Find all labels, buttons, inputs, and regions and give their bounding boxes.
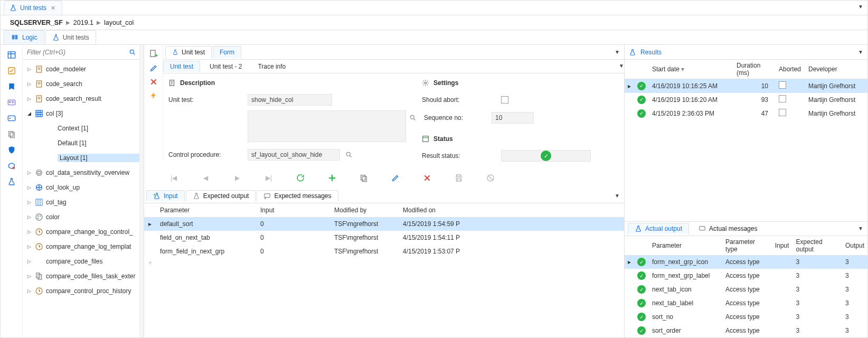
delete-icon[interactable]: [422, 173, 432, 183]
add-icon[interactable]: [327, 173, 337, 183]
new-icon[interactable]: [149, 49, 158, 59]
should-abort-checkbox[interactable]: [501, 96, 508, 104]
search-icon[interactable]: [345, 151, 353, 158]
control-procedure-field[interactable]: sf_layout_col_show_hide: [248, 149, 340, 161]
chevron-down-icon[interactable]: ▼: [615, 193, 620, 199]
twisty-icon[interactable]: ▷: [26, 170, 32, 175]
sidebar-item[interactable]: Default [1]: [23, 136, 139, 151]
twisty-icon[interactable]: ▷: [26, 185, 32, 190]
subtab-unit-test[interactable]: Unit test: [163, 61, 200, 72]
chevron-down-icon[interactable]: ▼: [858, 49, 863, 55]
aborted-checkbox[interactable]: [779, 95, 786, 102]
aborted-checkbox[interactable]: [779, 81, 786, 89]
col-parameter[interactable]: Parameter: [649, 236, 722, 256]
search-input[interactable]: [26, 48, 129, 57]
col-modified-by[interactable]: Modified by: [330, 203, 399, 217]
chevron-down-icon[interactable]: ▼: [619, 63, 624, 69]
col-modified-on[interactable]: Modified on: [399, 203, 624, 217]
twisty-icon[interactable]: ▷: [26, 96, 32, 101]
scrollbar[interactable]: [139, 45, 144, 337]
description-textarea[interactable]: [248, 110, 406, 142]
tab-expected-output[interactable]: Expected output: [186, 190, 256, 201]
col-parameter[interactable]: Parameter: [156, 203, 256, 217]
tab-actual-messages[interactable]: Actual messages: [692, 223, 763, 234]
first-icon[interactable]: |◀: [168, 173, 179, 183]
refresh-icon[interactable]: [295, 173, 306, 183]
table-row[interactable]: field_on_next_tab0TSF\mgrefhorst4/15/201…: [144, 231, 624, 245]
table-row[interactable]: ▸✓form_next_grp_iconAccess type33: [625, 255, 867, 269]
id-card-icon[interactable]: [6, 98, 17, 107]
sidebar-item[interactable]: Context [1]: [23, 121, 139, 136]
chevron-down-icon[interactable]: ▼: [858, 226, 863, 231]
twisty-icon[interactable]: ▷: [26, 288, 32, 294]
close-icon[interactable]: ✕: [50, 5, 56, 12]
aborted-checkbox[interactable]: [779, 109, 786, 116]
unit-test-field[interactable]: show_hide_col: [248, 94, 332, 106]
table-row[interactable]: ✓next_tab_iconAccess type33: [625, 283, 867, 296]
col-duration[interactable]: Duration (ms): [733, 60, 776, 79]
col-input[interactable]: Input: [772, 236, 793, 256]
sidebar-item[interactable]: Layout [1]: [23, 151, 139, 165]
subtab-trace-info[interactable]: Trace info: [251, 61, 292, 72]
flask-icon[interactable]: [6, 177, 17, 186]
window-tab-unit-tests[interactable]: Unit tests ✕: [4, 1, 62, 15]
col-output[interactable]: Output: [842, 236, 867, 256]
table-row[interactable]: ✓4/15/2019 2:36:03 PM47Martijn Grefhorst: [625, 107, 867, 120]
table-row[interactable]: ✓next_tab_labelAccess type33: [625, 296, 867, 310]
col-expected[interactable]: Expected output: [793, 236, 842, 256]
tab-overflow-icon[interactable]: ▼: [858, 4, 863, 10]
col-parameter-type[interactable]: Parameter type: [722, 236, 772, 256]
tab-form[interactable]: Form: [213, 46, 241, 58]
sidebar-item[interactable]: ▷compare_code_files_task_exter: [23, 269, 139, 284]
sidebar-item[interactable]: ▷col_data_sensitivity_overview: [23, 165, 139, 180]
col-input[interactable]: Input: [256, 203, 330, 217]
sidebar-item[interactable]: ▷compare_control_proc_history: [23, 284, 139, 298]
prev-icon[interactable]: ◀: [200, 173, 211, 183]
sidebar-item[interactable]: ▷col_tag: [23, 195, 139, 210]
tab-unit-tests[interactable]: Unit tests: [45, 30, 96, 44]
check-icon[interactable]: [6, 66, 17, 76]
edit-icon[interactable]: [390, 173, 401, 183]
table-row[interactable]: ✓sort_orderAccess type33: [625, 324, 867, 337]
table-row[interactable]: ✓form_next_grp_labelAccess type33: [625, 269, 867, 283]
breadcrumb-version[interactable]: 2019.1: [73, 19, 93, 26]
breadcrumb-root[interactable]: SQLSERVER_SF: [10, 19, 63, 26]
sidebar-item[interactable]: ▷compare_change_log_control_: [23, 224, 139, 239]
sidebar-item[interactable]: ▷col_look_up: [23, 180, 139, 195]
sidebar-item[interactable]: ▷compare_change_log_templat: [23, 239, 139, 254]
sidebar-item[interactable]: ▷code_search_result: [23, 91, 139, 106]
tab-unit-test[interactable]: Unit test: [165, 46, 212, 58]
sidebar-filter[interactable]: [23, 45, 139, 60]
col-aborted[interactable]: Aborted: [776, 60, 805, 79]
bookmark-icon[interactable]: [6, 82, 17, 91]
sidebar-item[interactable]: ◢col [3]: [23, 106, 139, 121]
tab-input[interactable]: Input: [146, 190, 185, 201]
edit-icon[interactable]: [149, 64, 158, 72]
twisty-icon[interactable]: ▷: [26, 214, 32, 220]
table-row[interactable]: ✓sort_noAccess type33: [625, 310, 867, 324]
twisty-icon[interactable]: ▷: [26, 229, 32, 234]
tab-logic[interactable]: Logic: [4, 30, 44, 44]
delete-icon[interactable]: [149, 78, 158, 86]
breadcrumb-leaf[interactable]: layout_col: [104, 19, 134, 26]
cancel-icon[interactable]: [485, 173, 496, 183]
twisty-icon[interactable]: ▷: [26, 200, 32, 205]
cube-remove-icon[interactable]: [6, 161, 17, 171]
twisty-icon[interactable]: ◢: [26, 111, 32, 116]
tab-expected-messages[interactable]: Expected messages: [257, 190, 338, 201]
run-icon[interactable]: [149, 91, 158, 100]
last-icon[interactable]: ▶|: [263, 173, 274, 183]
twisty-icon[interactable]: ▷: [26, 259, 32, 264]
twisty-icon[interactable]: ▷: [26, 81, 32, 87]
add-row-button[interactable]: +: [144, 258, 624, 268]
table-row[interactable]: form_field_in_next_grp0TSF\mgrefhorst4/1…: [144, 245, 624, 258]
sidebar-item[interactable]: ▷color: [23, 210, 139, 224]
col-start-date[interactable]: Start date ▾: [649, 60, 733, 79]
search-icon[interactable]: [409, 114, 417, 121]
twisty-icon[interactable]: ▷: [26, 274, 32, 279]
table-row[interactable]: ▸default_sort0TSF\mgrefhorst4/15/2019 1:…: [144, 217, 624, 231]
search-icon[interactable]: [129, 49, 136, 56]
chevron-down-icon[interactable]: ▼: [615, 49, 620, 55]
sidebar-item[interactable]: ▷code_modeler: [23, 62, 139, 77]
shield-icon[interactable]: [6, 145, 17, 155]
